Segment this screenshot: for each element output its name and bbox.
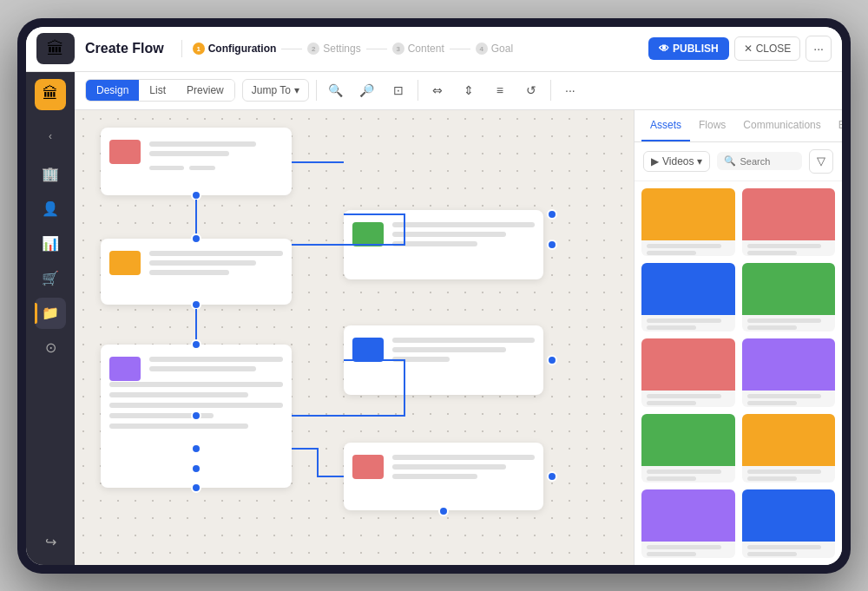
sidebar-item-help[interactable]: ⊙: [35, 332, 66, 364]
asset-card[interactable]: [742, 414, 836, 483]
zoom-out-button[interactable]: 🔍: [324, 78, 348, 102]
flow-card-5[interactable]: [344, 325, 543, 395]
asset-card[interactable]: [641, 414, 735, 483]
sidebar-logout-button[interactable]: ↪: [35, 527, 66, 558]
more-button[interactable]: ···: [806, 36, 832, 62]
search-wrap: 🔍: [717, 152, 802, 170]
flow-card-1[interactable]: [101, 128, 292, 195]
asset-card[interactable]: [742, 263, 836, 332]
flow-card-6[interactable]: [344, 443, 543, 510]
breadcrumb-step-4[interactable]: 4Goal: [476, 43, 513, 55]
main-layout: 🏛 ‹ 🏢 👤 📊 🛒 📁 ⊙ ↪ Design List: [26, 72, 842, 565]
asset-card[interactable]: [742, 338, 836, 407]
align-v-button[interactable]: ⇕: [457, 78, 481, 102]
panel-tabs: Assets Flows Communications Extras: [635, 110, 842, 142]
distribute-button[interactable]: ≡: [488, 78, 512, 102]
asset-card[interactable]: [641, 489, 735, 558]
search-input[interactable]: [740, 156, 795, 167]
asset-meta-line: [647, 244, 721, 248]
card-line: [109, 413, 214, 418]
asset-thumbnail: [641, 489, 735, 542]
asset-meta-line: [747, 394, 822, 398]
title-area: Create Flow: [85, 41, 164, 56]
device-frame: 🏛 Create Flow 1Configuration2Settings3Co…: [17, 18, 851, 574]
breadcrumb-step-3[interactable]: 3Content: [392, 43, 444, 55]
align-h-button[interactable]: ⇔: [425, 78, 450, 102]
sidebar-item-user[interactable]: 👤: [35, 194, 66, 225]
card-line: [392, 222, 535, 227]
card-color-6: [352, 455, 384, 479]
jump-to-button[interactable]: Jump To ▾: [242, 79, 309, 102]
chevron-down-icon: ▾: [294, 84, 299, 96]
step-dot: 4: [476, 43, 488, 55]
asset-meta: [742, 240, 836, 257]
step-dot: 3: [392, 43, 404, 55]
asset-thumbnail: [641, 414, 735, 466]
card-line: [149, 366, 256, 371]
view-tabs: Design List Preview: [85, 79, 235, 102]
asset-card[interactable]: [641, 188, 735, 257]
asset-meta-line: [647, 552, 696, 556]
tab-list[interactable]: List: [139, 80, 176, 101]
breadcrumb-step-2[interactable]: 2Settings: [307, 43, 360, 55]
flow-card-3[interactable]: [101, 345, 292, 488]
card-color-1: [109, 140, 141, 164]
videos-dropdown[interactable]: ▶ Videos ▾: [643, 151, 710, 172]
asset-meta-line: [747, 476, 797, 481]
tab-preview[interactable]: Preview: [176, 80, 234, 101]
tab-extras[interactable]: Extras: [830, 110, 842, 141]
card-line: [149, 270, 229, 275]
asset-meta-line: [647, 318, 721, 323]
toolbar-divider-2: [418, 80, 418, 101]
sidebar-item-building[interactable]: 🏢: [35, 159, 66, 190]
logo: 🏛: [36, 33, 75, 64]
asset-meta-line: [747, 545, 822, 549]
asset-meta: [742, 391, 836, 407]
sidebar: 🏛 ‹ 🏢 👤 📊 🛒 📁 ⊙ ↪: [26, 72, 75, 565]
tab-communications[interactable]: Communications: [734, 110, 829, 141]
top-bar-actions: 👁 PUBLISH ✕ CLOSE ···: [648, 36, 832, 62]
fit-button[interactable]: ⊡: [386, 78, 411, 102]
toolbar-more-button[interactable]: ···: [558, 78, 582, 102]
asset-meta-line: [647, 251, 696, 255]
canvas[interactable]: [75, 110, 634, 565]
panel-filter-bar: ▶ Videos ▾ 🔍 ▽: [635, 142, 842, 181]
tab-assets[interactable]: Assets: [641, 110, 690, 141]
flow-card-2[interactable]: [101, 239, 292, 305]
card-line: [149, 166, 184, 170]
asset-thumbnail: [742, 338, 836, 391]
asset-meta: [641, 240, 735, 257]
sidebar-item-folder[interactable]: 📁: [35, 298, 66, 329]
asset-meta-line: [647, 394, 721, 398]
filter-button[interactable]: ▽: [809, 149, 833, 174]
breadcrumb-step-1[interactable]: 1Configuration: [193, 43, 277, 55]
card-line: [109, 392, 248, 397]
card-line: [109, 382, 283, 387]
breadcrumb: 1Configuration2Settings3Content4Goal: [193, 43, 638, 55]
card-line: [392, 464, 506, 470]
search-icon: 🔍: [724, 155, 736, 167]
sidebar-item-analytics[interactable]: 📊: [35, 228, 66, 259]
step-line: [450, 49, 470, 49]
flow-card-4[interactable]: [344, 210, 543, 279]
asset-card[interactable]: [742, 188, 836, 257]
asset-card[interactable]: [641, 263, 735, 332]
sidebar-collapse-button[interactable]: ‹: [35, 121, 66, 152]
publish-button[interactable]: 👁 PUBLISH: [648, 37, 729, 60]
asset-card[interactable]: [641, 338, 735, 407]
sidebar-item-cart[interactable]: 🛒: [35, 263, 66, 294]
step-dot: 1: [193, 43, 205, 55]
tab-flows[interactable]: Flows: [690, 110, 734, 141]
tab-design[interactable]: Design: [86, 80, 139, 101]
card-line: [109, 424, 248, 429]
toolbar-divider-1: [316, 80, 317, 101]
x-icon: ✕: [744, 43, 753, 55]
card-color-2: [109, 251, 141, 275]
card-line: [189, 166, 215, 170]
undo-button[interactable]: ↺: [519, 78, 543, 102]
step-label: Settings: [323, 43, 360, 55]
asset-card[interactable]: [742, 489, 836, 558]
asset-thumbnail: [641, 338, 735, 391]
zoom-in-button[interactable]: 🔎: [355, 78, 379, 102]
close-button[interactable]: ✕ CLOSE: [734, 36, 801, 61]
